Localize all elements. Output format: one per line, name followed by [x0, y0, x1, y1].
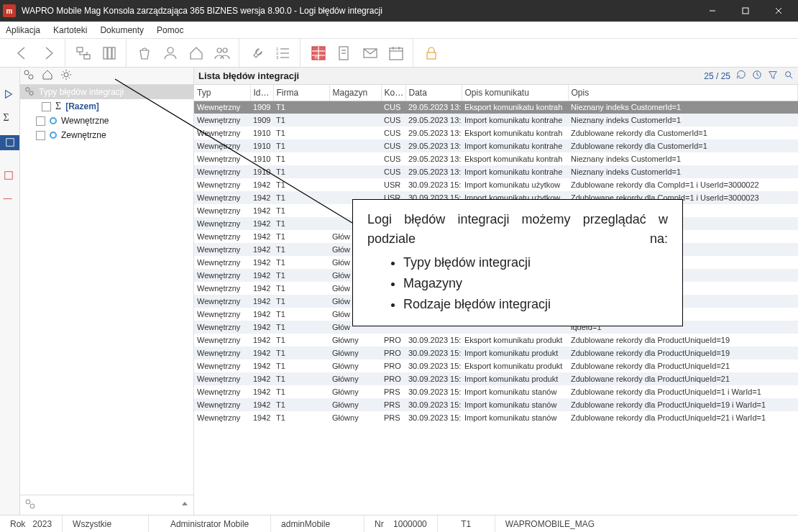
callout-intro: Logi błędów integracji możemy przeglądać…: [367, 210, 668, 249]
callout-bullet: Magazyny: [403, 274, 668, 293]
callout-box: Logi błędów integracji możemy przeglądać…: [352, 199, 683, 326]
svg-line-43: [115, 79, 352, 223]
callout-bullet: Rodzaje błędów integracji: [403, 295, 668, 314]
callout-bullet: Typy błędów integracji: [403, 253, 668, 272]
